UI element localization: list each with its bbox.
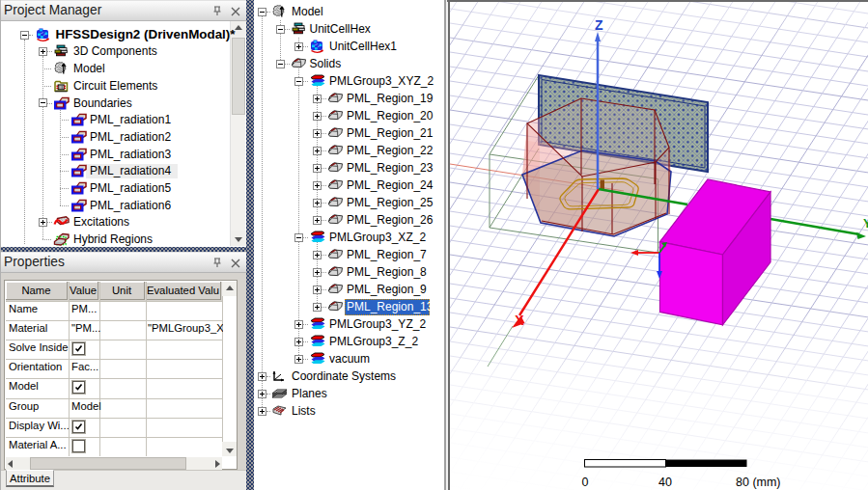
- svg-text:Y: Y: [863, 216, 868, 231]
- svg-text:80 (mm): 80 (mm): [736, 476, 781, 489]
- svg-text:Z: Z: [595, 17, 603, 33]
- svg-text:40: 40: [658, 476, 672, 489]
- svg-text:0: 0: [582, 476, 589, 489]
- svg-text:X: X: [515, 313, 524, 328]
